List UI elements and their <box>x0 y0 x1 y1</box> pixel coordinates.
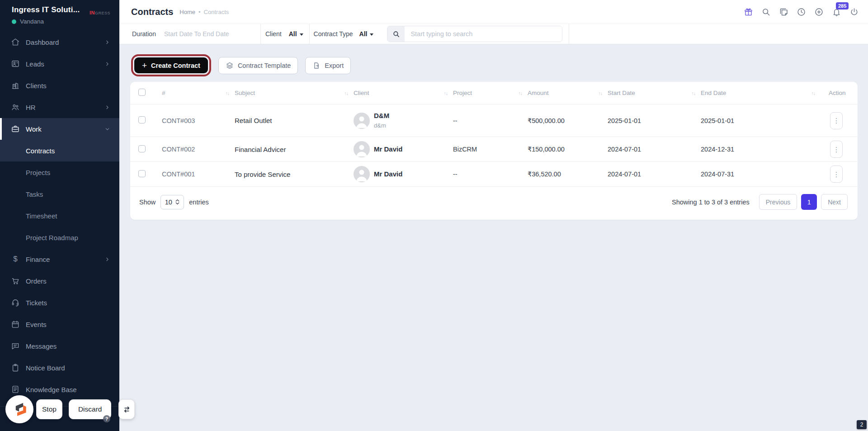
column-header-amount[interactable]: Amount <box>528 90 549 96</box>
previous-page-button[interactable]: Previous <box>759 194 797 210</box>
contract-id: CONT#001 <box>162 162 235 187</box>
add-icon[interactable] <box>814 7 824 17</box>
chevron-right-icon <box>104 256 110 262</box>
row-actions-menu-button[interactable]: ⋮ <box>830 166 843 183</box>
gift-icon[interactable] <box>743 7 753 17</box>
chat-icon <box>11 341 20 350</box>
client-name[interactable]: Mr David <box>374 169 402 180</box>
client-cell: D&M d&m <box>354 108 448 133</box>
sidebar-item-notice-board[interactable]: Notice Board <box>0 357 119 379</box>
avatar <box>354 166 370 182</box>
sidebar-item-events[interactable]: Events <box>0 313 119 335</box>
document-icon <box>11 385 20 394</box>
column-header-client[interactable]: Client <box>354 90 369 96</box>
contract-type-filter-dropdown[interactable]: All <box>359 30 374 38</box>
corner-count-badge: 2 <box>857 420 867 429</box>
create-contract-button[interactable]: + Create Contract <box>134 57 208 73</box>
page-size-select[interactable]: 10 <box>160 195 184 209</box>
pagination-summary: Showing 1 to 3 of 3 entries <box>672 199 750 206</box>
duration-label: Duration <box>132 30 156 38</box>
notes-icon[interactable] <box>778 7 788 17</box>
notifications-bell-icon[interactable]: 285 <box>831 7 841 17</box>
app-window: Ingress IT Soluti... Vandana INGRESS Das… <box>0 0 868 431</box>
contract-amount: ₹36,520.00 <box>528 162 608 187</box>
sort-icon[interactable]: ↑↓ <box>444 90 448 96</box>
stop-button[interactable]: Stop <box>36 399 62 419</box>
filter-bar: Duration Client All Contract Type All <box>119 24 868 44</box>
search-input[interactable] <box>405 26 562 42</box>
client-filter-dropdown[interactable]: All <box>289 30 303 38</box>
up-down-icon <box>175 199 180 205</box>
create-contract-highlight-ring: + Create Contract <box>131 54 211 76</box>
table-row[interactable]: CONT#002 Financial Advicer Mr David BizC… <box>130 137 858 162</box>
sidebar-subitem-timesheet[interactable]: Timesheet <box>0 205 119 227</box>
row-checkbox[interactable] <box>138 145 146 152</box>
column-header-id[interactable]: # <box>162 90 165 96</box>
power-icon[interactable] <box>849 7 859 17</box>
header-actions: 285 <box>743 7 859 17</box>
sidebar-nav: Dashboard Leads Clients HR Work <box>0 31 119 400</box>
home-icon <box>11 38 20 47</box>
sort-icon[interactable]: ↑↓ <box>344 90 349 96</box>
user-name: Vandana <box>20 18 44 25</box>
sidebar-item-messages[interactable]: Messages <box>0 335 119 357</box>
search-icon[interactable] <box>761 7 771 17</box>
sidebar-item-dashboard[interactable]: Dashboard <box>0 31 119 53</box>
dollar-icon: $ <box>11 255 20 264</box>
duration-input[interactable] <box>164 30 257 38</box>
column-header-end-date[interactable]: End Date <box>701 90 726 96</box>
breadcrumb-home[interactable]: Home <box>179 9 195 15</box>
sort-icon[interactable]: ↑↓ <box>692 90 696 96</box>
contract-subject[interactable]: To provide Service <box>235 162 354 187</box>
sidebar-item-leads[interactable]: Leads <box>0 53 119 75</box>
table-row[interactable]: CONT#003 Retail Outlet D&M d&m -- <box>130 104 858 137</box>
contract-end-date: 2024-07-31 <box>701 162 821 187</box>
swap-button[interactable] <box>118 399 135 419</box>
row-actions-menu-button[interactable]: ⋮ <box>830 141 843 158</box>
sidebar-subitem-tasks[interactable]: Tasks <box>0 183 119 205</box>
column-header-project[interactable]: Project <box>453 90 472 96</box>
row-checkbox[interactable] <box>138 170 146 177</box>
sidebar-item-finance[interactable]: $ Finance <box>0 248 119 270</box>
column-header-subject[interactable]: Subject <box>235 90 255 96</box>
sort-icon[interactable]: ↑↓ <box>811 90 816 96</box>
building-icon <box>11 81 20 90</box>
agent-logo[interactable] <box>5 395 33 423</box>
sort-icon[interactable]: ↑↓ <box>599 90 603 96</box>
search-box <box>387 26 562 42</box>
contract-subject[interactable]: Financial Advicer <box>235 137 354 162</box>
sidebar-item-work[interactable]: Work <box>0 118 119 140</box>
column-header-start-date[interactable]: Start Date <box>608 90 635 96</box>
toolbar: + Create Contract Contract Template Expo… <box>131 54 868 76</box>
sidebar-subitem-contracts[interactable]: Contracts <box>0 140 119 161</box>
row-checkbox[interactable] <box>138 116 146 123</box>
clock-icon[interactable] <box>796 7 806 17</box>
sidebar-subitem-projects[interactable]: Projects <box>0 161 119 183</box>
client-name[interactable]: Mr David <box>374 144 402 155</box>
sidebar-item-hr[interactable]: HR <box>0 96 119 118</box>
next-page-button[interactable]: Next <box>821 194 848 210</box>
sidebar-item-tickets[interactable]: Tickets <box>0 292 119 313</box>
contract-end-date: 2025-01-01 <box>701 104 821 137</box>
sort-icon[interactable]: ↑↓ <box>519 90 523 96</box>
sidebar-item-orders[interactable]: Orders <box>0 270 119 292</box>
row-actions-menu-button[interactable]: ⋮ <box>830 112 843 129</box>
sidebar-subitem-project-roadmap[interactable]: Project Roadmap <box>0 227 119 248</box>
client-name[interactable]: D&M <box>374 111 389 121</box>
pagination: Showing 1 to 3 of 3 entries Previous 1 N… <box>672 194 848 210</box>
contract-template-button[interactable]: Contract Template <box>218 57 298 74</box>
contract-id: CONT#003 <box>162 104 235 137</box>
help-icon[interactable]: ? <box>103 415 110 422</box>
table-footer: Show 10 entries Showing 1 to 3 of 3 entr… <box>130 187 858 220</box>
layers-icon <box>226 62 234 70</box>
export-button[interactable]: Export <box>305 57 351 74</box>
client-filter-label: Client <box>265 30 282 38</box>
select-all-checkbox[interactable] <box>138 89 146 96</box>
page-1-button[interactable]: 1 <box>801 194 817 210</box>
sort-icon[interactable]: ↑↓ <box>226 90 230 96</box>
users-icon <box>11 103 20 112</box>
avatar <box>354 141 370 157</box>
contract-subject[interactable]: Retail Outlet <box>235 104 354 137</box>
table-row[interactable]: CONT#001 To provide Service Mr David -- … <box>130 162 858 187</box>
sidebar-item-clients[interactable]: Clients <box>0 75 119 96</box>
